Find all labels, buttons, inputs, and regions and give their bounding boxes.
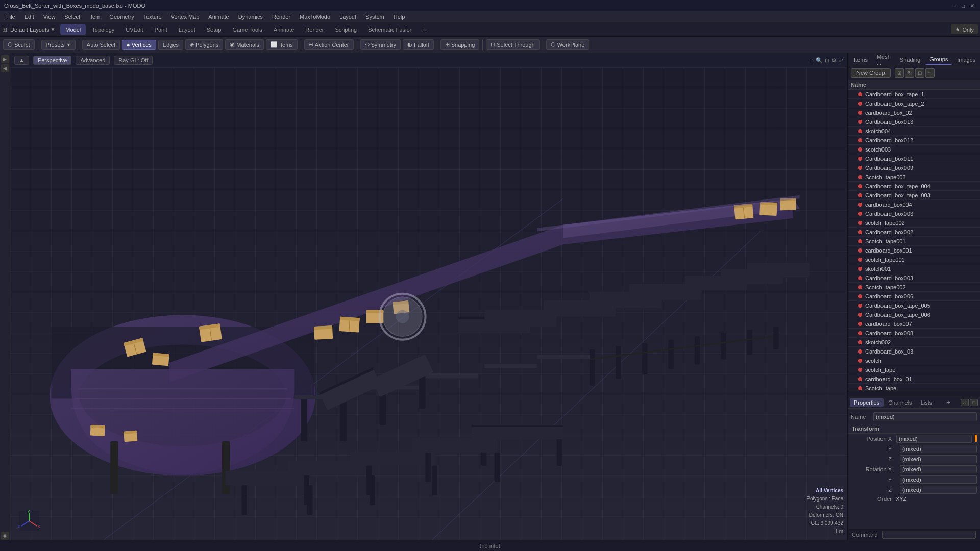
group-icon-1[interactable]: ⊞: [895, 68, 904, 78]
scene-canvas[interactable]: All Vertices Polygons : Face Channels: 0…: [10, 67, 847, 540]
sculpt-button[interactable]: ⬡ Sculpt: [3, 39, 35, 50]
menu-item[interactable]: Item: [85, 13, 104, 21]
menu-view[interactable]: View: [39, 13, 60, 21]
list-item[interactable]: Cardboard_box_tape_004: [848, 182, 980, 191]
tab-model[interactable]: Model: [60, 24, 86, 35]
menu-animate[interactable]: Animate: [204, 13, 233, 21]
menu-texture[interactable]: Texture: [139, 13, 166, 21]
left-tab-1[interactable]: ▶: [1, 55, 9, 63]
list-item[interactable]: Cardboard_box008: [848, 329, 980, 338]
list-item[interactable]: Scotch_tape002: [848, 283, 980, 292]
vp-expand-icon[interactable]: ⤢: [839, 57, 843, 64]
tab-setup[interactable]: Setup: [202, 24, 227, 35]
list-item[interactable]: skotch002: [848, 338, 980, 347]
group-icon-2[interactable]: ↻: [905, 68, 914, 78]
list-item[interactable]: skotch001: [848, 264, 980, 273]
list-item[interactable]: cardboard_box004: [848, 200, 980, 209]
perspective-btn[interactable]: Perspective: [33, 56, 71, 65]
list-item[interactable]: Cardboard_box_03: [848, 347, 980, 356]
menu-file[interactable]: File: [2, 13, 19, 21]
tab-images[interactable]: Images: [953, 55, 979, 64]
list-item[interactable]: Cardboard_box013: [848, 117, 980, 127]
list-item[interactable]: Scotch_tape001: [848, 237, 980, 246]
list-item[interactable]: Cardboard_box003: [848, 273, 980, 283]
props-tab-channels[interactable]: Channels: [884, 398, 916, 407]
menu-select[interactable]: Select: [60, 13, 84, 21]
tab-groups[interactable]: Groups: [925, 55, 952, 65]
vertices-button[interactable]: ● Vertices: [122, 40, 156, 50]
command-input[interactable]: [882, 531, 976, 539]
position-z-input[interactable]: [900, 455, 977, 463]
maximize-button[interactable]: □: [960, 2, 967, 9]
list-item[interactable]: Cardboard_box006: [848, 292, 980, 301]
vp-zoom-icon[interactable]: 🔍: [816, 57, 823, 64]
list-item[interactable]: Cardboard_box009: [848, 163, 980, 172]
tab-mesh[interactable]: Mesh ...: [873, 52, 895, 67]
edges-button[interactable]: Edges: [158, 40, 183, 50]
menu-maxtomodo[interactable]: MaxToModo: [296, 13, 334, 21]
action-center-button[interactable]: ⊕ Action Center: [304, 39, 354, 50]
left-tab-2[interactable]: ◀: [1, 64, 9, 72]
minimize-button[interactable]: ─: [950, 2, 958, 9]
props-expand-btn-1[interactable]: ⤢: [961, 399, 969, 406]
item-list-scrollbar[interactable]: [848, 391, 980, 396]
only-button[interactable]: ★ Only: [951, 24, 978, 34]
list-item[interactable]: scotch_tape001: [848, 255, 980, 264]
list-item[interactable]: Scotch_tape: [848, 384, 980, 391]
props-tab-add[interactable]: +: [946, 398, 950, 406]
autoselect-button[interactable]: Auto Select: [82, 40, 120, 50]
menu-help[interactable]: Help: [389, 13, 409, 21]
list-item[interactable]: cardboard_box_01: [848, 374, 980, 384]
list-item[interactable]: scotch_tape: [848, 365, 980, 374]
presets-button[interactable]: Presets ▼: [41, 40, 76, 50]
list-item[interactable]: scotch003: [848, 145, 980, 154]
list-item[interactable]: cardboard_box_02: [848, 108, 980, 117]
raygl-btn[interactable]: Ray GL: Off: [114, 56, 153, 65]
name-input[interactable]: [873, 412, 977, 421]
tab-schematicfusion[interactable]: Schematic Fusion: [363, 24, 418, 35]
items-button[interactable]: ⬜ Items: [266, 39, 298, 50]
default-layouts-btn[interactable]: Default Layouts: [10, 27, 49, 33]
tab-render[interactable]: Render: [300, 24, 329, 35]
position-x-input[interactable]: [896, 435, 972, 443]
layouts-chevron[interactable]: ▼: [50, 27, 55, 32]
item-list[interactable]: Cardboard_box_tape_1Cardboard_box_tape_2…: [848, 90, 980, 391]
list-item[interactable]: Cardboard_box012: [848, 136, 980, 145]
workplane-button[interactable]: ⬡ WorkPlane: [546, 39, 590, 50]
tab-uvedit[interactable]: UVEdit: [120, 24, 148, 35]
tab-scripting[interactable]: Scripting: [330, 24, 362, 35]
materials-button[interactable]: ◉ Materials: [225, 39, 264, 50]
rotation-z-input[interactable]: [900, 486, 977, 494]
group-icon-3[interactable]: ⊡: [915, 68, 924, 78]
list-item[interactable]: Cardboard_box_tape_2: [848, 99, 980, 108]
symmetry-button[interactable]: ⇔ Symmetry: [360, 39, 401, 50]
list-item[interactable]: Cardboard_box_tape_005: [848, 301, 980, 310]
add-mode-btn[interactable]: +: [419, 24, 429, 35]
advanced-btn[interactable]: Advanced: [76, 56, 110, 65]
vp-fit-icon[interactable]: ⊡: [825, 57, 829, 64]
window-controls[interactable]: ─ □ ✕: [950, 2, 976, 9]
tab-paint[interactable]: Paint: [150, 24, 173, 35]
rotation-y-input[interactable]: [900, 475, 977, 484]
new-group-button[interactable]: New Group: [851, 68, 891, 78]
tab-shading[interactable]: Shading: [896, 55, 924, 64]
menu-render[interactable]: Render: [268, 13, 295, 21]
props-tab-properties[interactable]: Properties: [850, 398, 884, 407]
menu-dynamics[interactable]: Dynamics: [234, 13, 267, 21]
position-y-input[interactable]: [900, 445, 977, 453]
tab-animate[interactable]: Animate: [268, 24, 299, 35]
menu-system[interactable]: System: [361, 13, 388, 21]
viewport[interactable]: ▲ Perspective Advanced Ray GL: Off ⌂ 🔍 ⊡…: [10, 53, 847, 540]
tab-topology[interactable]: Topology: [87, 24, 119, 35]
list-item[interactable]: Cardboard_box_tape_1: [848, 90, 980, 99]
list-item[interactable]: cardboard_box007: [848, 319, 980, 329]
tab-layout[interactable]: Layout: [174, 24, 201, 35]
falloff-button[interactable]: ◐ Falloff: [403, 39, 434, 50]
close-button[interactable]: ✕: [969, 2, 976, 9]
group-icon-4[interactable]: ≡: [925, 68, 935, 78]
menu-layout[interactable]: Layout: [335, 13, 360, 21]
props-expand-btn-2[interactable]: □: [970, 399, 978, 406]
list-item[interactable]: Scotch_tape003: [848, 172, 980, 182]
list-item[interactable]: scotch_tape002: [848, 218, 980, 228]
vp-settings-icon[interactable]: ⚙: [831, 57, 837, 64]
